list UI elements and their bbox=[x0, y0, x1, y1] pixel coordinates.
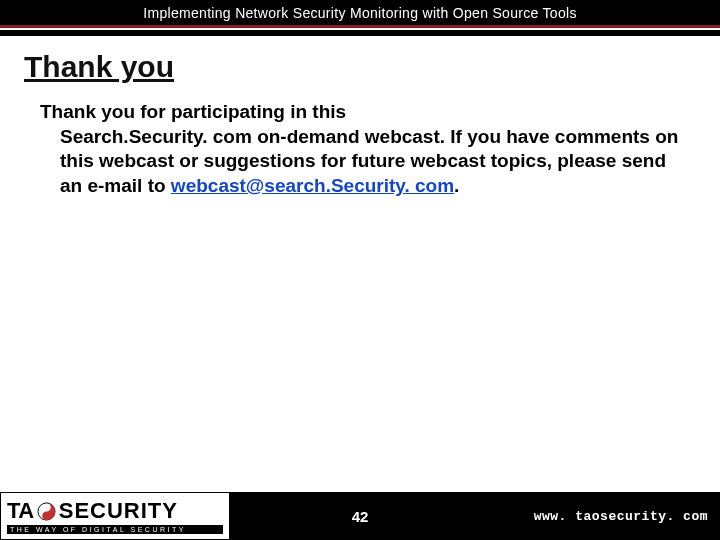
logo-main: TA SECURITY bbox=[7, 498, 223, 524]
svg-point-2 bbox=[45, 514, 48, 517]
header-title: Implementing Network Security Monitoring… bbox=[143, 5, 576, 21]
logo-text-security: SECURITY bbox=[59, 498, 178, 524]
svg-point-1 bbox=[45, 505, 48, 508]
page-number: 42 bbox=[352, 508, 369, 525]
yinyang-icon bbox=[37, 502, 56, 521]
body-indent: Search.Security. com on-demand webcast. … bbox=[40, 125, 680, 199]
body-lead: Thank you for participating in this bbox=[40, 101, 346, 122]
logo-tagline: THE WAY OF DIGITAL SECURITY bbox=[7, 525, 223, 534]
footer-page-number: 42 bbox=[230, 493, 490, 540]
email-link[interactable]: webcast@search.Security. com bbox=[171, 175, 454, 196]
divider-black bbox=[0, 30, 720, 36]
header-bar: Implementing Network Security Monitoring… bbox=[0, 0, 720, 25]
footer: TA SECURITY THE WAY OF DIGITAL SECURITY … bbox=[0, 492, 720, 540]
logo-box: TA SECURITY THE WAY OF DIGITAL SECURITY bbox=[0, 493, 230, 540]
slide-title: Thank you bbox=[24, 50, 720, 84]
footer-url: www. taosecurity. com bbox=[490, 493, 720, 540]
logo-text-ta: TA bbox=[7, 498, 34, 524]
slide-body: Thank you for participating in this Sear… bbox=[40, 100, 680, 199]
url-text: www. taosecurity. com bbox=[534, 509, 708, 524]
body-after: . bbox=[454, 175, 459, 196]
